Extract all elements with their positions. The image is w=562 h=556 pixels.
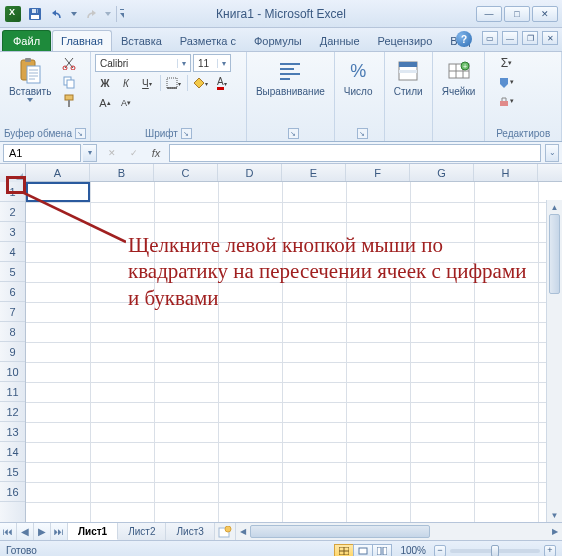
vertical-scrollbar[interactable]: ▲ ▼	[546, 200, 562, 522]
page-layout-view-button[interactable]	[353, 544, 373, 557]
row-header[interactable]: 16	[0, 482, 25, 502]
expand-formula-bar[interactable]: ⌄	[545, 144, 559, 162]
redo-button[interactable]	[82, 5, 100, 23]
alignment-launcher[interactable]: ↘	[288, 128, 299, 139]
undo-button[interactable]	[48, 5, 66, 23]
cut-button[interactable]	[59, 54, 79, 72]
zoom-value[interactable]: 100%	[400, 545, 426, 556]
row-header[interactable]: 3	[0, 222, 25, 242]
page-break-view-button[interactable]	[372, 544, 392, 557]
row-header[interactable]: 13	[0, 422, 25, 442]
scroll-right-icon[interactable]: ▶	[548, 523, 562, 540]
vscroll-thumb[interactable]	[549, 214, 560, 294]
cells-button[interactable]: + Ячейки	[437, 54, 481, 100]
col-header[interactable]: H	[474, 164, 538, 181]
sheet-tab[interactable]: Лист3	[166, 523, 214, 540]
underline-button[interactable]: Ч▾	[137, 74, 157, 92]
row-header[interactable]: 11	[0, 382, 25, 402]
font-color-button[interactable]: A▾	[212, 74, 232, 92]
row-header[interactable]: 2	[0, 202, 25, 222]
row-header[interactable]: 9	[0, 342, 25, 362]
tab-insert[interactable]: Вставка	[112, 30, 171, 51]
col-header[interactable]: B	[90, 164, 154, 181]
sheet-tab[interactable]: Лист1	[68, 523, 118, 540]
zoom-in-button[interactable]: +	[544, 545, 556, 557]
help-icon[interactable]: ?	[456, 31, 472, 47]
bold-button[interactable]: Ж	[95, 74, 115, 92]
col-header[interactable]: D	[218, 164, 282, 181]
zoom-slider[interactable]	[450, 549, 540, 553]
doc-restore-button[interactable]: ❐	[522, 31, 538, 45]
undo-dropdown[interactable]	[70, 6, 78, 22]
hscroll-thumb[interactable]	[250, 525, 430, 538]
number-launcher[interactable]: ↘	[357, 128, 368, 139]
tab-home[interactable]: Главная	[52, 30, 112, 51]
row-header[interactable]: 1	[0, 182, 25, 202]
minimize-button[interactable]: —	[476, 6, 502, 22]
italic-button[interactable]: К	[116, 74, 136, 92]
sheet-nav-last[interactable]: ⏭	[51, 523, 68, 540]
col-header[interactable]: F	[346, 164, 410, 181]
fill-button[interactable]: ▾	[489, 73, 523, 91]
font-name-combo[interactable]: Calibri▾	[95, 54, 191, 72]
redo-dropdown[interactable]	[104, 6, 112, 22]
border-button[interactable]: ▾	[164, 74, 184, 92]
save-button[interactable]	[26, 5, 44, 23]
autosum-button[interactable]: Σ▾	[489, 54, 523, 72]
row-header[interactable]: 6	[0, 282, 25, 302]
name-box-dropdown[interactable]: ▾	[83, 144, 97, 162]
app-icon[interactable]	[4, 5, 22, 23]
format-painter-button[interactable]	[59, 92, 79, 110]
alignment-button[interactable]: Выравнивание	[251, 54, 330, 100]
zoom-thumb[interactable]	[491, 545, 499, 557]
sheet-tab[interactable]: Лист2	[118, 523, 166, 540]
font-launcher[interactable]: ↘	[181, 128, 192, 139]
normal-view-button[interactable]	[334, 544, 354, 557]
sheet-nav-next[interactable]: ▶	[34, 523, 51, 540]
grow-font-button[interactable]: A▴	[95, 94, 115, 112]
col-header[interactable]: E	[282, 164, 346, 181]
qat-customize[interactable]	[116, 6, 124, 22]
zoom-out-button[interactable]: −	[434, 545, 446, 557]
scroll-down-icon[interactable]: ▼	[547, 508, 562, 522]
sheet-nav-first[interactable]: ⏮	[0, 523, 17, 540]
scroll-up-icon[interactable]: ▲	[547, 200, 562, 214]
close-button[interactable]: ✕	[532, 6, 558, 22]
cancel-formula-icon[interactable]: ✕	[103, 144, 121, 162]
select-all-button[interactable]	[0, 164, 26, 182]
col-header[interactable]: C	[154, 164, 218, 181]
row-header[interactable]: 12	[0, 402, 25, 422]
cells-area[interactable]	[26, 182, 562, 522]
styles-button[interactable]: Стили	[389, 54, 428, 100]
tab-formulas[interactable]: Формулы	[245, 30, 311, 51]
number-format-button[interactable]: % Число	[339, 54, 378, 100]
scroll-left-icon[interactable]: ◀	[236, 523, 250, 540]
sheet-nav-prev[interactable]: ◀	[17, 523, 34, 540]
formula-input[interactable]	[169, 144, 541, 162]
new-sheet-button[interactable]	[215, 523, 235, 540]
name-box[interactable]: A1	[3, 144, 81, 162]
row-header[interactable]: 5	[0, 262, 25, 282]
font-size-combo[interactable]: 11▾	[193, 54, 231, 72]
row-header[interactable]: 10	[0, 362, 25, 382]
doc-close-button[interactable]: ✕	[542, 31, 558, 45]
insert-function-button[interactable]: fx	[147, 144, 165, 162]
clear-button[interactable]: ▾	[489, 92, 523, 110]
row-header[interactable]: 15	[0, 462, 25, 482]
doc-minimize-button[interactable]: —	[502, 31, 518, 45]
copy-button[interactable]	[59, 73, 79, 91]
horizontal-scrollbar[interactable]: ◀ ▶	[235, 523, 562, 540]
clipboard-launcher[interactable]: ↘	[75, 128, 86, 139]
ribbon-minimize-button[interactable]: ▭	[482, 31, 498, 45]
row-header[interactable]: 14	[0, 442, 25, 462]
col-header[interactable]: A	[26, 164, 90, 181]
row-header[interactable]: 4	[0, 242, 25, 262]
tab-pagelayout[interactable]: Разметка с	[171, 30, 245, 51]
tab-review[interactable]: Рецензиро	[369, 30, 442, 51]
paste-button[interactable]: Вставить	[4, 54, 56, 105]
col-header[interactable]: G	[410, 164, 474, 181]
row-header[interactable]: 8	[0, 322, 25, 342]
file-tab[interactable]: Файл	[2, 30, 51, 51]
row-header[interactable]: 7	[0, 302, 25, 322]
enter-formula-icon[interactable]: ✓	[125, 144, 143, 162]
